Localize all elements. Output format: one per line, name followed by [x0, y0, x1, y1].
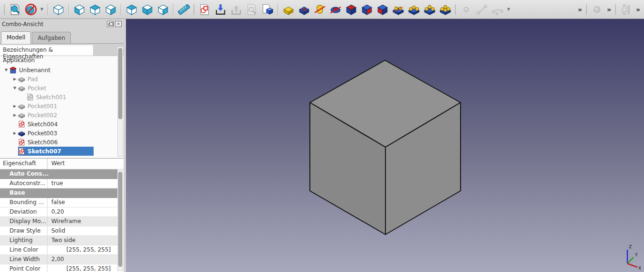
tree-scrollbar-thumb[interactable] — [118, 48, 122, 119]
linear-pattern-icon[interactable] — [407, 2, 421, 16]
property-name: Line Color — [0, 245, 48, 254]
draw-style-caret[interactable]: ▼ — [38, 7, 45, 11]
fillet-icon[interactable] — [344, 2, 358, 16]
toolbar-handle[interactable] — [193, 4, 195, 15]
tree-item-pocket002[interactable]: ▶Pocket002 — [0, 111, 124, 120]
map-sketch-icon[interactable] — [260, 2, 274, 16]
float-panel-button[interactable] — [107, 21, 114, 27]
property-group-row[interactable]: Auto Cons... — [0, 169, 117, 179]
tree-item-pocket[interactable]: ▼Pocket — [0, 84, 124, 93]
property-row[interactable]: Point Color[255, 255, 255] — [0, 264, 117, 272]
property-row[interactable]: LightingTwo side — [0, 236, 117, 245]
pad-gray-icon — [18, 84, 26, 92]
property-value[interactable]: Wireframe — [48, 217, 117, 226]
measure-icon[interactable] — [177, 2, 191, 16]
toolbar-handle[interactable] — [454, 4, 457, 15]
property-group-row[interactable]: Base — [0, 188, 117, 198]
tree-item-label: Sketch004 — [26, 121, 58, 128]
property-value[interactable]: 0,20 — [48, 207, 117, 216]
expander-icon[interactable]: ▶ — [11, 104, 18, 108]
property-row[interactable]: Line Color[255, 255, 255] — [0, 245, 117, 255]
polar-pattern-icon[interactable] — [423, 2, 436, 16]
tab-modell[interactable]: Modell — [1, 31, 31, 44]
overflow-chevron[interactable]: » — [605, 6, 613, 13]
tree-item-sketch004[interactable]: Sketch004 — [0, 120, 124, 129]
tree-item-label: Pad — [26, 76, 38, 83]
tree-root-application[interactable]: Applikation — [0, 56, 124, 66]
tree-item-pocket001[interactable]: ▶Pocket001 — [0, 102, 124, 111]
property-row[interactable]: Bounding ...false — [0, 198, 117, 207]
mirrored-icon[interactable] — [391, 2, 405, 16]
property-value[interactable]: 2,00 — [48, 255, 117, 264]
tree-header[interactable]: Bezeichnungen & Eigenschaften — [0, 45, 124, 56]
property-row[interactable]: Draw StyleSolid — [0, 226, 117, 236]
property-value[interactable]: Two side — [48, 236, 117, 245]
expander-icon[interactable]: ▼ — [3, 68, 10, 72]
property-group-label: Base — [0, 188, 25, 197]
view-left-icon[interactable] — [156, 2, 170, 16]
pad-icon[interactable] — [281, 2, 295, 16]
property-row[interactable]: Line Width2,00 — [0, 255, 117, 264]
property-row[interactable]: Autoconstr...true — [0, 179, 117, 188]
create-sketch-icon[interactable] — [198, 2, 211, 16]
tree-item-pad[interactable]: ▶Pad — [0, 75, 124, 84]
property-header[interactable]: Eigenschaft Wert — [0, 159, 124, 169]
property-col-value: Wert — [48, 159, 124, 169]
property-value[interactable]: [255, 255, 255] — [48, 245, 117, 254]
combo-view-tabs: Modell Aufgaben — [0, 29, 124, 44]
view-front-icon[interactable] — [72, 2, 86, 16]
sketch-arc-icon[interactable] — [490, 2, 504, 16]
tree-scrollbar[interactable] — [117, 47, 123, 157]
toolbar-handle[interactable] — [586, 4, 588, 15]
tree-item-label: Pocket002 — [26, 112, 57, 119]
view-axonometric-icon[interactable] — [51, 2, 65, 16]
view-rear-icon[interactable] — [125, 2, 138, 16]
pocket-color-icon — [18, 130, 26, 137]
view-right-icon[interactable] — [104, 2, 117, 16]
property-value[interactable]: [255, 255, 255] — [48, 264, 117, 272]
revolution-icon[interactable] — [313, 2, 327, 16]
property-scrollbar[interactable] — [117, 170, 123, 271]
3d-viewport[interactable]: Z Y X — [126, 19, 644, 272]
tree-item-sketch006[interactable]: Sketch006 — [0, 138, 124, 147]
view-sketch-icon[interactable] — [245, 2, 259, 16]
constraint-point-icon[interactable] — [590, 2, 604, 16]
overflow-chevron[interactable]: » — [576, 6, 584, 13]
property-value[interactable]: false — [48, 198, 117, 207]
expander-icon[interactable]: ▼ — [11, 86, 18, 90]
property-row[interactable]: Deviation0,20 — [0, 207, 117, 217]
toolbar-handle[interactable] — [3, 4, 6, 15]
draft-icon[interactable] — [375, 2, 389, 16]
edit-sketch-icon[interactable] — [213, 2, 227, 16]
toolbar-handle[interactable] — [615, 4, 617, 15]
property-value[interactable]: true — [48, 179, 117, 188]
sketch-line-icon[interactable] — [475, 2, 489, 16]
property-value[interactable]: Solid — [48, 226, 117, 235]
multitransform-icon[interactable] — [438, 2, 452, 16]
draw-style-icon[interactable] — [24, 2, 38, 16]
expander-icon[interactable]: ▶ — [11, 77, 18, 81]
close-panel-button[interactable]: ✕ — [115, 21, 122, 27]
panel-title-bar[interactable]: Combo-Ansicht ✕ — [0, 19, 124, 29]
cube-model[interactable] — [126, 19, 644, 272]
view-top-icon[interactable] — [88, 2, 102, 16]
tree-item-sketch007[interactable]: Sketch007 — [0, 147, 124, 156]
chamfer-icon[interactable] — [360, 2, 374, 16]
tree-item-pocket003[interactable]: ▶Pocket003 — [0, 129, 124, 138]
property-scrollbar-thumb[interactable] — [118, 172, 122, 267]
property-row[interactable]: Display Mo...Wireframe — [0, 217, 117, 226]
groove-icon[interactable] — [328, 2, 342, 16]
leave-sketch-icon[interactable] — [229, 2, 243, 16]
tab-aufgaben[interactable]: Aufgaben — [32, 32, 71, 43]
expander-icon[interactable]: ▶ — [11, 113, 18, 117]
geometry-caret[interactable]: ▼ — [505, 7, 512, 11]
view-bottom-icon[interactable] — [140, 2, 154, 16]
carbon-copy-icon[interactable] — [619, 2, 633, 16]
expander-icon[interactable]: ▶ — [11, 131, 18, 135]
sketch-point-icon[interactable] — [459, 2, 473, 16]
view-fit-icon[interactable] — [8, 2, 22, 16]
tree-item-sketch001[interactable]: Sketch001 — [0, 93, 124, 102]
overflow-chevron[interactable]: » — [634, 6, 642, 13]
pocket-icon[interactable] — [297, 2, 311, 16]
tree-item-unbenannt[interactable]: ▼Unbenannt — [0, 66, 124, 75]
